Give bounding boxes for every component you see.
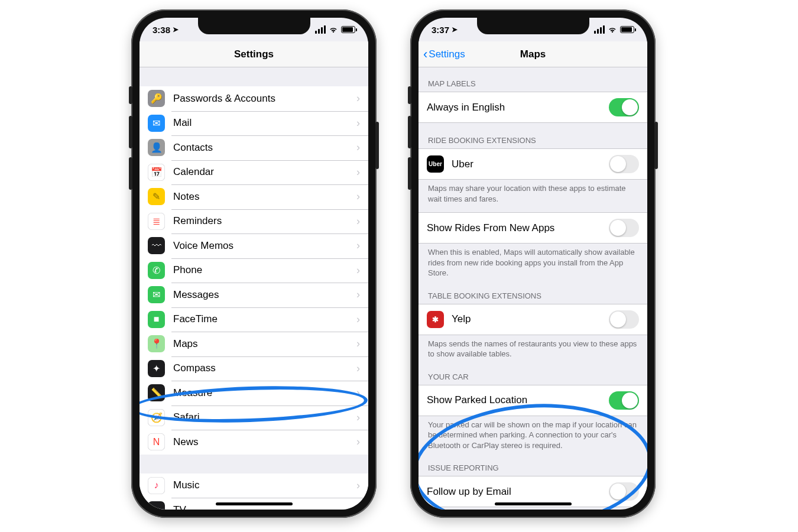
facetime-icon: ■ <box>148 311 165 328</box>
toggle-uber[interactable] <box>609 155 639 173</box>
reminders-icon: ≣ <box>148 213 165 230</box>
chevron-right-icon: › <box>356 338 360 350</box>
chevron-right-icon: › <box>356 362 360 375</box>
settings-row-messages[interactable]: ✉Messages› <box>140 283 368 307</box>
chevron-right-icon: › <box>356 239 360 252</box>
settings-row-notes[interactable]: ✎Notes› <box>140 184 368 209</box>
status-time: 3:37 <box>432 25 449 35</box>
wifi-icon <box>329 26 338 33</box>
wifi-icon <box>608 26 617 33</box>
row-label: Always in English <box>427 102 609 113</box>
section-header-issue-reporting: ISSUE REPORTING <box>419 450 647 476</box>
toggle-yelp[interactable] <box>609 310 639 329</box>
chevron-right-icon: › <box>356 313 360 326</box>
calendar-icon: 📅 <box>148 164 165 181</box>
toggle-always-in-english[interactable] <box>609 98 639 116</box>
uber-icon: Uber <box>427 155 444 173</box>
settings-row-safari[interactable]: 🧭Safari› <box>140 406 368 430</box>
notch <box>477 18 589 34</box>
row-label: Calendar <box>173 166 356 178</box>
back-label: Settings <box>429 48 465 60</box>
row-label: Messages <box>173 289 356 301</box>
yelp-icon: ✱ <box>427 311 444 328</box>
settings-row-facetime[interactable]: ■FaceTime› <box>140 307 368 332</box>
row-label: Passwords & Accounts <box>173 93 356 105</box>
side-button <box>129 157 132 190</box>
toggle-show-parked-location[interactable] <box>609 391 639 410</box>
news-icon: N <box>148 433 165 450</box>
phone-icon: ✆ <box>148 262 165 279</box>
location-arrow-icon: ➤ <box>452 25 458 34</box>
settings-row-mail[interactable]: ✉Mail› <box>140 111 368 136</box>
nav-header: Settings <box>140 41 368 67</box>
settings-row-news[interactable]: NNews› <box>140 430 368 455</box>
battery-icon <box>620 26 634 33</box>
row-show-parked-location[interactable]: Show Parked Location <box>419 385 647 416</box>
settings-row-maps[interactable]: 📍Maps› <box>140 332 368 356</box>
page-title: Maps <box>520 48 546 60</box>
home-indicator[interactable] <box>216 502 293 505</box>
phone-frame-right: 3:37 ➤ ‹ Settings Maps MAP LABELS Always… <box>410 9 656 518</box>
voice-memos-icon: 〰 <box>148 237 165 254</box>
row-label: Show Rides From New Apps <box>427 222 609 234</box>
status-time: 3:38 <box>153 25 170 35</box>
page-title: Settings <box>234 48 274 60</box>
location-arrow-icon: ➤ <box>173 25 179 34</box>
home-indicator[interactable] <box>495 502 572 505</box>
row-always-in-english[interactable]: Always in English <box>419 92 647 123</box>
chevron-right-icon: › <box>356 141 360 154</box>
row-label: News <box>173 436 356 448</box>
cellular-signal-icon <box>594 25 605 34</box>
settings-row-measure[interactable]: 📏Measure› <box>140 381 368 406</box>
music-icon: ♪ <box>148 477 165 494</box>
notes-icon: ✎ <box>148 188 165 205</box>
row-label: Contacts <box>173 142 356 154</box>
row-label: Yelp <box>452 313 609 325</box>
screen-left: 3:38 ➤ Settings 🔑Passwords & Accounts›✉M… <box>140 18 368 510</box>
settings-row-phone[interactable]: ✆Phone› <box>140 258 368 283</box>
row-label: Maps <box>173 338 356 350</box>
content-settings-list[interactable]: 🔑Passwords & Accounts›✉Mail›👤Contacts›📅C… <box>140 67 368 510</box>
section-header-your-car: YOUR CAR <box>419 359 647 385</box>
row-yelp[interactable]: ✱ Yelp <box>419 304 647 335</box>
settings-row-voice-memos[interactable]: 〰Voice Memos› <box>140 233 368 258</box>
section-footer-your-car: Your parked car will be shown on the map… <box>419 416 647 451</box>
row-label: Follow up by Email <box>427 486 609 498</box>
measure-icon: 📏 <box>148 384 165 401</box>
mail-icon: ✉ <box>148 115 165 132</box>
compass-icon: ✦ <box>148 360 165 377</box>
phone-frame-left: 3:38 ➤ Settings 🔑Passwords & Accounts›✉M… <box>131 9 377 518</box>
row-label: Measure <box>173 387 356 399</box>
notch <box>198 18 310 34</box>
row-label: Safari <box>173 411 356 423</box>
side-button <box>408 157 411 190</box>
row-uber[interactable]: Uber Uber <box>419 148 647 180</box>
chevron-right-icon: › <box>356 479 360 492</box>
row-show-rides-new-apps[interactable]: Show Rides From New Apps <box>419 212 647 244</box>
section-header-table-booking: TABLE BOOKING EXTENSIONS <box>419 278 647 304</box>
messages-icon: ✉ <box>148 286 165 303</box>
nav-header: ‹ Settings Maps <box>419 41 647 67</box>
back-button[interactable]: ‹ Settings <box>423 41 465 67</box>
settings-row-music[interactable]: ♪Music› <box>140 473 368 498</box>
contacts-icon: 👤 <box>148 139 165 156</box>
toggle-follow-up-email[interactable] <box>609 482 639 501</box>
battery-icon <box>341 26 355 33</box>
chevron-right-icon: › <box>356 387 360 399</box>
settings-row-passwords-accounts[interactable]: 🔑Passwords & Accounts› <box>140 86 368 111</box>
settings-row-contacts[interactable]: 👤Contacts› <box>140 135 368 160</box>
settings-row-reminders[interactable]: ≣Reminders› <box>140 209 368 234</box>
row-label: Compass <box>173 362 356 374</box>
row-label: Music <box>173 479 356 491</box>
settings-row-compass[interactable]: ✦Compass› <box>140 356 368 381</box>
chevron-right-icon: › <box>356 504 360 510</box>
settings-row-calendar[interactable]: 📅Calendar› <box>140 160 368 185</box>
row-label: Show Parked Location <box>427 394 609 406</box>
side-button <box>375 122 379 169</box>
tv-icon: ▶ <box>148 501 165 510</box>
screen-right: 3:37 ➤ ‹ Settings Maps MAP LABELS Always… <box>419 18 647 510</box>
toggle-show-rides[interactable] <box>609 219 639 237</box>
content-maps-settings[interactable]: MAP LABELS Always in English RIDE BOOKIN… <box>419 67 647 510</box>
side-button <box>129 116 132 148</box>
side-button <box>408 116 411 148</box>
